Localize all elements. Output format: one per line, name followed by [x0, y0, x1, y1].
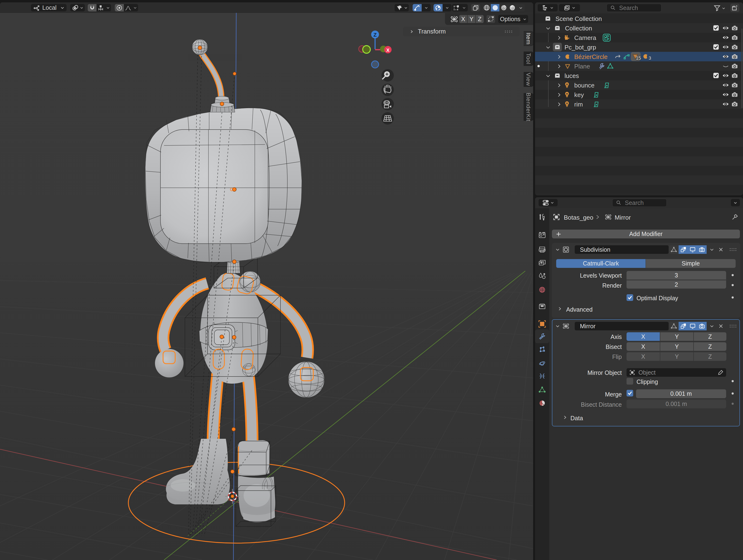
svg-text:Z: Z [374, 32, 377, 38]
svg-text:X: X [386, 48, 390, 53]
